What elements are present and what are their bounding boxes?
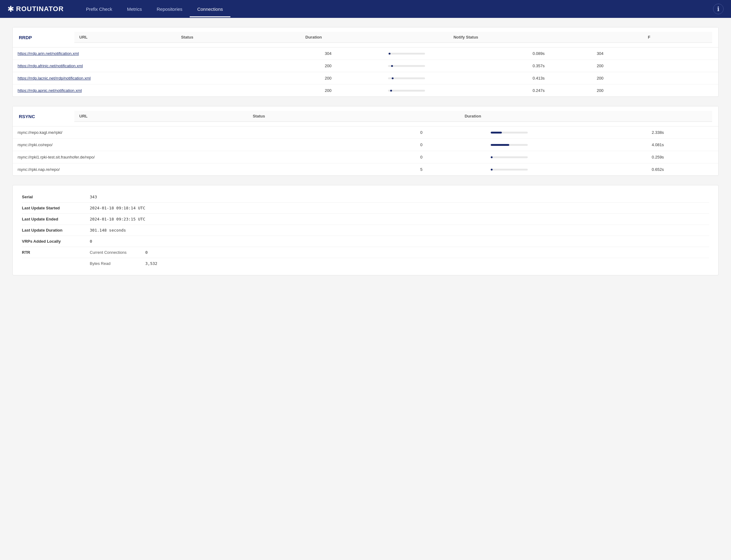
- bytes-read-value: 3,532: [145, 261, 157, 266]
- rrdp-duration-value: 0.357s: [528, 60, 592, 72]
- rrdp-duration-value: 0.413s: [528, 72, 592, 84]
- rrdp-f-col: [682, 47, 718, 60]
- info-button[interactable]: ℹ: [713, 4, 724, 14]
- last-update-duration-value: 301.148 seconds: [90, 228, 126, 233]
- last-update-duration-row: Last Update Duration 301.148 seconds: [22, 225, 709, 236]
- bytes-read-label: Bytes Read: [90, 261, 139, 266]
- rrdp-col-f: F: [643, 32, 712, 43]
- last-update-started-label: Last Update Started: [22, 206, 90, 210]
- rrdp-table-header: URL Status Duration Notify Status F: [74, 32, 712, 43]
- last-update-ended-row: Last Update Ended 2024-01-18 09:23:15 UT…: [22, 214, 709, 225]
- vrps-added-row: VRPs Added Locally 0: [22, 236, 709, 247]
- rrdp-f-col: [682, 60, 718, 72]
- serial-value: 343: [90, 195, 97, 199]
- rrdp-header: RRDP URL Status Duration Notify Status F: [13, 27, 718, 47]
- rsync-table-wrapper[interactable]: rsync://repo.kagl.me/rpki/02.338srsync:/…: [13, 126, 718, 175]
- rsync-header: RSYNC URL Status Duration: [13, 106, 718, 126]
- rrdp-status: 200: [320, 72, 383, 84]
- rrdp-notify-status: 200: [592, 72, 682, 84]
- nav-prefix-check[interactable]: Prefix Check: [79, 1, 120, 17]
- rrdp-url-link[interactable]: https://rrdp.lacnic.net/rrdp/notificatio…: [18, 76, 91, 80]
- rrdp-url-link[interactable]: https://rrdp.afrinic.net/notification.xm…: [18, 64, 83, 68]
- rrdp-section: RRDP URL Status Duration Notify Status F…: [12, 27, 719, 97]
- rrdp-table-row: https://rrdp.afrinic.net/notification.xm…: [13, 60, 718, 72]
- rsync-status: 0: [415, 126, 485, 139]
- rrdp-col-status: Status: [176, 32, 300, 43]
- rsync-table-header: URL Status Duration: [74, 111, 712, 122]
- rtr-connections-label: Current Connections: [90, 250, 139, 255]
- rrdp-table-row: https://rrdp.arin.net/notification.xml30…: [13, 47, 718, 60]
- bytes-read-sub-row: Bytes Read 3,532: [90, 261, 157, 266]
- rsync-duration-bar: [486, 126, 647, 139]
- serial-row: Serial 343: [22, 191, 709, 203]
- rrdp-notify-status: 200: [592, 60, 682, 72]
- rrdp-duration-bar: [383, 47, 528, 60]
- vrps-added-value: 0: [90, 239, 92, 244]
- navbar: ✱ ROUTINATOR Prefix Check Metrics Reposi…: [0, 0, 731, 18]
- rsync-duration-value: 0.259s: [647, 151, 718, 163]
- rrdp-duration-value: 0.247s: [528, 84, 592, 97]
- rrdp-duration-value: 0.089s: [528, 47, 592, 60]
- rrdp-title: RRDP: [19, 35, 74, 40]
- vrps-added-label: VRPs Added Locally: [22, 239, 90, 244]
- last-update-started-value: 2024-01-18 09:18:14 UTC: [90, 206, 145, 210]
- logo-icon: ✱: [7, 4, 14, 14]
- rsync-url: rsync://repo.kagl.me/rpki/: [18, 130, 62, 135]
- rsync-section: RSYNC URL Status Duration rsync://repo.k…: [12, 106, 719, 176]
- rrdp-url-link[interactable]: https://rrdp.apnic.net/notification.xml: [18, 88, 82, 93]
- rsync-data-table: rsync://repo.kagl.me/rpki/02.338srsync:/…: [13, 126, 718, 175]
- rsync-status: 0: [415, 139, 485, 151]
- nav-links: Prefix Check Metrics Repositories Connec…: [79, 1, 713, 17]
- rsync-status: 0: [415, 151, 485, 163]
- rrdp-notify-status: 304: [592, 47, 682, 60]
- rsync-table-row: rsync://rpki.co/repo/04.081s: [13, 139, 718, 151]
- rsync-duration-bar: [486, 151, 647, 163]
- rrdp-col-duration: Duration: [300, 32, 448, 43]
- rrdp-url-link[interactable]: https://rrdp.arin.net/notification.xml: [18, 51, 79, 56]
- rsync-url: rsync://rpki.co/repo/: [18, 142, 52, 147]
- rrdp-col-url: URL: [74, 32, 176, 43]
- rrdp-data-table: https://rrdp.arin.net/notification.xml30…: [13, 47, 718, 97]
- rrdp-status: 200: [320, 60, 383, 72]
- rsync-status: 5: [415, 163, 485, 176]
- rsync-table-row: rsync://rpki.nap.re/repo/50.652s: [13, 163, 718, 176]
- nav-connections[interactable]: Connections: [190, 1, 230, 17]
- rsync-url: rsync://rpki1.rpki-test.sit.fraunhofer.d…: [18, 155, 95, 159]
- rtr-row: RTR Current Connections 0: [22, 247, 709, 258]
- rsync-table-row: rsync://repo.kagl.me/rpki/02.338s: [13, 126, 718, 139]
- rsync-duration-bar: [486, 163, 647, 176]
- last-update-ended-label: Last Update Ended: [22, 217, 90, 221]
- rsync-duration-value: 4.081s: [647, 139, 718, 151]
- rrdp-table-wrapper[interactable]: https://rrdp.arin.net/notification.xml30…: [13, 47, 718, 97]
- rsync-title: RSYNC: [19, 114, 74, 119]
- rrdp-f-col: [682, 72, 718, 84]
- rsync-duration-bar: [486, 139, 647, 151]
- nav-right: ℹ: [713, 4, 724, 14]
- rsync-duration-value: 0.652s: [647, 163, 718, 176]
- rsync-table-row: rsync://rpki1.rpki-test.sit.fraunhofer.d…: [13, 151, 718, 163]
- rrdp-duration-bar: [383, 72, 528, 84]
- rrdp-status: 200: [320, 84, 383, 97]
- bytes-read-row: Bytes Read 3,532: [22, 258, 709, 269]
- rsync-url: rsync://rpki.nap.re/repo/: [18, 167, 60, 172]
- rrdp-table-row: https://rrdp.apnic.net/notification.xml2…: [13, 84, 718, 97]
- rrdp-f-col: [682, 84, 718, 97]
- nav-repositories[interactable]: Repositories: [149, 1, 190, 17]
- rsync-col-status: Status: [248, 111, 460, 122]
- info-section: Serial 343 Last Update Started 2024-01-1…: [12, 185, 719, 275]
- rsync-col-url: URL: [74, 111, 248, 122]
- rrdp-col-notify: Notify Status: [448, 32, 643, 43]
- nav-metrics[interactable]: Metrics: [120, 1, 149, 17]
- brand: ✱ ROUTINATOR: [7, 4, 64, 14]
- rrdp-status: 304: [320, 47, 383, 60]
- last-update-ended-value: 2024-01-18 09:23:15 UTC: [90, 217, 145, 221]
- last-update-started-row: Last Update Started 2024-01-18 09:18:14 …: [22, 203, 709, 214]
- rrdp-duration-bar: [383, 84, 528, 97]
- rtr-connections-value: 0: [145, 250, 148, 255]
- rrdp-duration-bar: [383, 60, 528, 72]
- rsync-duration-value: 2.338s: [647, 126, 718, 139]
- last-update-duration-label: Last Update Duration: [22, 228, 90, 233]
- app-name: ROUTINATOR: [16, 5, 64, 13]
- rtr-label: RTR: [22, 250, 90, 255]
- serial-label: Serial: [22, 195, 90, 199]
